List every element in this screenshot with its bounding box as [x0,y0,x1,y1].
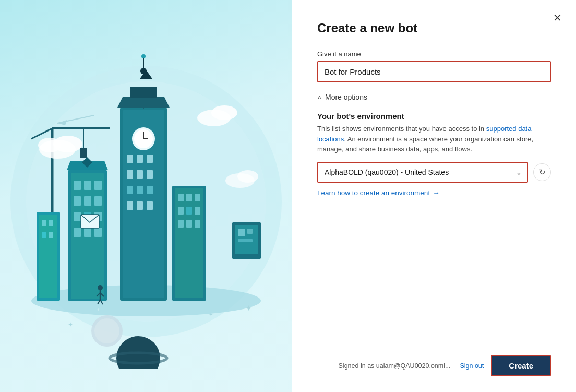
dialog-title: Create a new bot [317,21,551,35]
learn-environment-link[interactable]: Learn how to create an environment → [317,189,440,197]
svg-text:✦: ✦ [245,304,252,313]
environment-select[interactable]: AlphaBOLD (qau0020) - United States [317,162,528,183]
chevron-up-icon: ∧ [317,93,322,101]
svg-rect-11 [147,155,153,163]
environment-select-wrapper: AlphaBOLD (qau0020) - United States ⌄ [317,162,528,183]
svg-point-93 [140,68,147,74]
svg-text:✦: ✦ [97,307,100,312]
svg-point-95 [141,54,146,58]
svg-rect-63 [49,232,53,238]
refresh-icon: ↻ [539,168,546,177]
svg-rect-44 [178,194,184,201]
svg-rect-38 [84,228,91,237]
svg-rect-37 [74,228,81,237]
svg-rect-34 [74,212,81,221]
svg-rect-10 [137,155,143,163]
svg-rect-18 [127,201,133,210]
svg-rect-9 [127,155,133,163]
svg-rect-61 [49,220,53,226]
svg-rect-47 [178,207,184,215]
svg-rect-46 [195,194,200,201]
dialog-footer: Signed in as ualam@QAU0020.onmi... Sign … [317,345,551,376]
svg-rect-19 [137,201,143,210]
refresh-button[interactable]: ↻ [533,163,551,181]
svg-rect-24 [130,87,157,98]
svg-rect-29 [84,181,91,190]
svg-rect-12 [127,170,133,179]
environment-section-desc: This list shows environments that you ha… [317,124,551,155]
svg-rect-28 [74,181,81,190]
more-options-label: More options [325,93,367,101]
illustration-panel: ✦ ✦ ✦ ✦ [0,0,292,392]
svg-rect-13 [137,170,143,179]
svg-rect-43 [175,188,203,298]
environment-section: Your bot's environment This list shows e… [317,112,551,197]
svg-rect-57 [80,148,87,158]
svg-rect-75 [238,239,253,242]
create-button[interactable]: Create [491,355,551,376]
environment-row: AlphaBOLD (qau0020) - United States ⌄ ↻ [317,162,551,183]
sign-out-button[interactable]: Sign out [460,362,484,370]
svg-rect-52 [195,220,200,228]
dialog-panel: ✕ Create a new bot Give it a name ∧ More… [292,0,576,392]
svg-rect-51 [186,220,192,228]
svg-rect-59 [39,215,57,298]
svg-text:✦: ✦ [209,312,213,317]
signed-in-text: Signed in as ualam@QAU0020.onmi... [339,362,451,370]
svg-rect-49 [195,207,200,215]
svg-rect-20 [147,201,153,210]
svg-rect-16 [137,186,143,194]
svg-point-84 [211,105,237,120]
svg-rect-45 [186,194,192,201]
svg-rect-31 [74,196,81,206]
svg-rect-30 [94,181,102,190]
environment-section-title: Your bot's environment [317,112,551,121]
bot-name-input[interactable] [317,61,551,82]
close-icon: ✕ [553,13,562,23]
svg-rect-48 [186,207,192,215]
svg-rect-50 [178,220,184,228]
svg-point-64 [98,285,103,290]
arrow-right-icon: → [433,189,440,197]
svg-rect-62 [42,232,46,238]
svg-rect-17 [147,186,153,194]
svg-marker-23 [117,97,170,108]
svg-rect-14 [147,170,153,179]
close-button[interactable]: ✕ [549,9,566,26]
svg-rect-15 [127,186,133,194]
svg-rect-33 [94,196,102,206]
svg-point-82 [38,138,61,152]
svg-rect-39 [94,228,102,237]
svg-rect-60 [42,220,46,226]
svg-rect-73 [238,229,245,236]
svg-point-77 [94,318,119,343]
svg-text:✦: ✦ [68,321,73,328]
svg-rect-74 [247,229,253,234]
svg-point-86 [237,170,258,183]
svg-rect-32 [84,196,91,206]
name-field-label: Give it a name [317,50,551,58]
more-options-toggle[interactable]: ∧ More options [317,93,551,101]
